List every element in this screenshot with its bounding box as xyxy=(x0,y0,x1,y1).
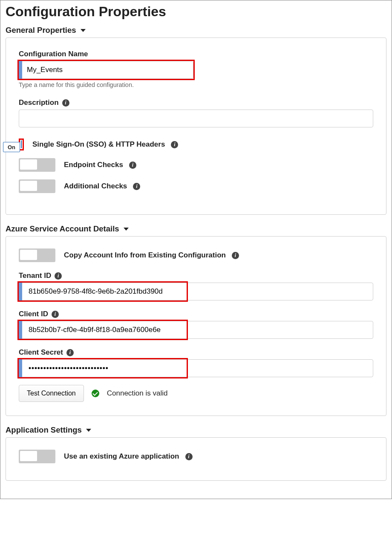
client-id-label: Client ID xyxy=(19,310,48,318)
config-name-input[interactable] xyxy=(19,61,193,79)
copy-info-toggle[interactable] xyxy=(19,248,55,262)
info-icon[interactable]: i xyxy=(133,183,140,190)
toggle-knob xyxy=(20,250,37,260)
config-name-hint: Type a name for this guided configuratio… xyxy=(19,81,373,88)
use-existing-toggle[interactable] xyxy=(19,450,55,463)
section-header-general-label: General Properties xyxy=(6,26,76,35)
sso-toggle-label: Single Sign-On (SSO) & HTTP Headers xyxy=(32,140,165,149)
panel-appsettings: Use an existing Azure application i xyxy=(6,437,386,481)
section-header-azure[interactable]: Azure Service Account Details xyxy=(6,224,386,234)
toggle-row-use-existing: Use an existing Azure application i xyxy=(19,450,373,463)
info-icon[interactable]: i xyxy=(185,453,193,460)
info-icon[interactable]: i xyxy=(66,349,74,356)
additional-toggle[interactable] xyxy=(19,179,55,193)
info-icon[interactable]: i xyxy=(232,252,239,259)
page-frame: Configuration Properties General Propert… xyxy=(0,0,392,499)
connection-status-text: Connection is valid xyxy=(107,389,168,398)
info-icon[interactable]: i xyxy=(52,311,59,318)
check-circle-icon xyxy=(92,390,99,397)
use-existing-toggle-label: Use an existing Azure application xyxy=(64,452,179,461)
field-description: Description i xyxy=(19,98,373,127)
test-connection-button[interactable]: Test Connection xyxy=(19,385,84,402)
field-client-id: Client ID i xyxy=(19,310,373,339)
description-input[interactable] xyxy=(19,110,373,127)
page-title: Configuration Properties xyxy=(6,4,386,20)
client-secret-label: Client Secret xyxy=(19,348,63,357)
tenant-id-input[interactable] xyxy=(19,283,373,300)
sso-toggle[interactable]: On xyxy=(21,140,22,148)
toggle-row-endpoint: Endpoint Checks i xyxy=(19,158,373,172)
additional-toggle-label: Additional Checks xyxy=(64,182,127,191)
section-header-appsettings[interactable]: Application Settings xyxy=(6,425,386,435)
endpoint-toggle[interactable] xyxy=(19,158,55,172)
panel-general: Configuration Name Type a name for this … xyxy=(6,38,386,215)
chevron-down-icon xyxy=(86,429,91,432)
toggle-knob xyxy=(20,451,37,461)
highlight-box: On xyxy=(19,139,24,150)
field-client-secret: Client Secret i xyxy=(19,348,373,377)
section-header-appsettings-label: Application Settings xyxy=(6,425,82,435)
client-id-input[interactable] xyxy=(19,321,373,339)
info-icon[interactable]: i xyxy=(62,99,69,107)
client-secret-input[interactable] xyxy=(19,359,373,377)
section-header-azure-label: Azure Service Account Details xyxy=(6,224,119,234)
toggle-knob xyxy=(20,181,37,191)
field-tenant-id: Tenant ID i xyxy=(19,271,373,300)
test-connection-row: Test Connection Connection is valid xyxy=(19,385,373,402)
toggle-knob-label: On xyxy=(3,142,20,152)
info-icon[interactable]: i xyxy=(55,272,62,280)
info-icon[interactable]: i xyxy=(171,141,178,148)
toggle-knob xyxy=(20,159,37,170)
section-header-general[interactable]: General Properties xyxy=(6,26,386,35)
endpoint-toggle-label: Endpoint Checks xyxy=(64,161,123,169)
config-name-label: Configuration Name xyxy=(19,50,88,58)
info-icon[interactable]: i xyxy=(129,162,136,169)
panel-azure: Copy Account Info from Existing Configur… xyxy=(6,236,386,416)
toggle-row-copy: Copy Account Info from Existing Configur… xyxy=(19,248,373,262)
toggle-row-additional: Additional Checks i xyxy=(19,179,373,193)
description-label: Description xyxy=(19,98,59,107)
tenant-id-label: Tenant ID xyxy=(19,271,51,280)
field-config-name: Configuration Name Type a name for this … xyxy=(19,50,373,88)
chevron-down-icon xyxy=(124,228,129,231)
chevron-down-icon xyxy=(81,29,86,32)
toggle-row-sso: On Single Sign-On (SSO) & HTTP Headers i xyxy=(19,139,373,150)
copy-info-toggle-label: Copy Account Info from Existing Configur… xyxy=(64,251,226,260)
